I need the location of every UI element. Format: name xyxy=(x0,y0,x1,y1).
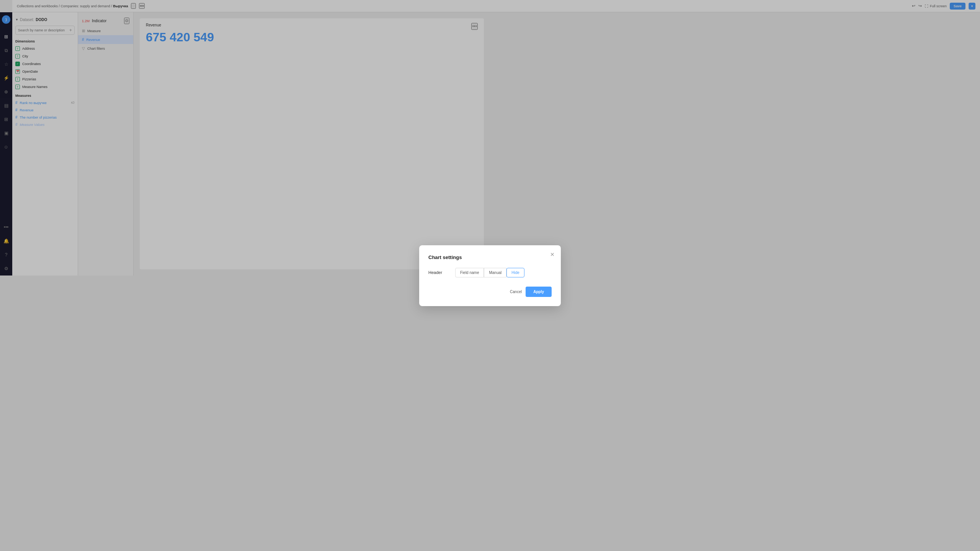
field-name-option[interactable]: Field name xyxy=(455,268,484,276)
header-label: Header xyxy=(428,270,451,275)
header-toggle-group: Field name Manual Hide xyxy=(455,268,490,276)
modal-overlay: Chart settings ✕ Header Field name Manua… xyxy=(0,0,490,276)
modal-title: Chart settings xyxy=(428,254,490,260)
header-row: Header Field name Manual Hide xyxy=(428,268,490,276)
chart-settings-modal: Chart settings ✕ Header Field name Manua… xyxy=(419,245,490,276)
manual-option[interactable]: Manual xyxy=(484,268,490,276)
